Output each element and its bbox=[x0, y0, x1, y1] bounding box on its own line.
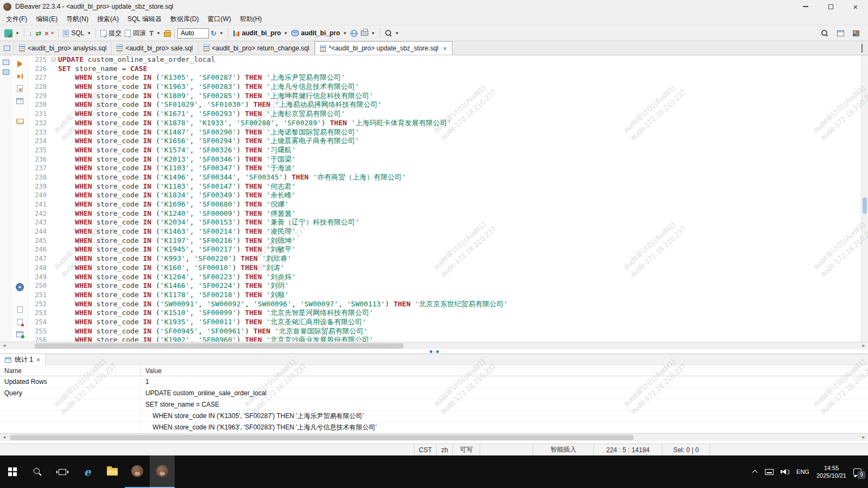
restore-panel-button[interactable] bbox=[0, 41, 14, 55]
play-small-icon bbox=[17, 74, 21, 79]
menu-item-3[interactable]: 搜索(A) bbox=[93, 14, 123, 25]
scroll-track[interactable] bbox=[9, 342, 859, 349]
restore-projects-button[interactable] bbox=[3, 69, 9, 75]
stats-row[interactable]: WHEN store_code IN ('K1963', 'SF00283') … bbox=[0, 422, 868, 433]
explain-plan-button[interactable] bbox=[15, 85, 25, 93]
code-area[interactable]: 225-UPDATE custom_online_sale_order_loca… bbox=[28, 55, 868, 342]
horizontal-scroll-thumb[interactable] bbox=[35, 343, 404, 349]
horizontal-scroll-thumb[interactable] bbox=[10, 435, 634, 440]
restore-navigator-button[interactable] bbox=[3, 60, 9, 65]
editor-tab-1[interactable]: <audit_bi_pro> sale.sql bbox=[112, 41, 198, 55]
maximize-panel-button[interactable] bbox=[861, 44, 863, 52]
line-body: WHEN store_code IN ('K1183', 'SF00147') … bbox=[58, 182, 296, 191]
panel-horizontal-scrollbar[interactable]: ◄ ► bbox=[0, 433, 868, 441]
show-log-button[interactable] bbox=[15, 318, 25, 326]
minimize-button[interactable] bbox=[793, 0, 818, 13]
line-body: WHEN store_code IN ('K1496', 'SF00344', … bbox=[58, 173, 406, 182]
editor-tab-0[interactable]: <audit_bi_pro> analysis.sql bbox=[14, 41, 112, 55]
stats-row[interactable]: WHEN store_code IN ('K1305', 'SF00287') … bbox=[0, 410, 868, 422]
scroll-left-icon[interactable]: ◄ bbox=[0, 434, 9, 441]
commit-button[interactable]: 提交 bbox=[99, 28, 123, 39]
start-button[interactable] bbox=[0, 455, 25, 488]
fold-marker-icon[interactable]: - bbox=[51, 57, 56, 62]
dbeaver-taskbar-button[interactable] bbox=[125, 455, 150, 488]
refresh-dropdown[interactable]: ↻▼ bbox=[209, 29, 225, 38]
code-line: 251 WHEN store_code IN ('K1178', 'SF0021… bbox=[28, 291, 868, 300]
execute-script-button[interactable] bbox=[15, 97, 25, 105]
connect-button[interactable]: ↓ bbox=[27, 29, 34, 38]
menu-item-2[interactable]: 导航(N) bbox=[62, 14, 93, 25]
network-button[interactable] bbox=[349, 29, 359, 38]
editor-tab-2[interactable]: <audit_bi_pro> return_change.sql bbox=[199, 41, 315, 55]
export-result-button[interactable] bbox=[15, 117, 25, 125]
editor-vertical-scrollbar[interactable] bbox=[861, 55, 868, 342]
reconnect-button[interactable]: ⇄ bbox=[34, 29, 43, 38]
action-center-button[interactable]: 9 bbox=[853, 468, 861, 476]
scroll-track[interactable] bbox=[9, 434, 859, 441]
column-header-name[interactable]: Name bbox=[0, 365, 141, 376]
menu-item-1[interactable]: 编辑(E) bbox=[31, 14, 62, 25]
menu-item-6[interactable]: 窗口(W) bbox=[203, 14, 235, 25]
internet-explorer-button[interactable]: e bbox=[75, 455, 100, 488]
scroll-right-icon[interactable]: ► bbox=[859, 434, 868, 441]
panel-sash[interactable] bbox=[0, 349, 868, 354]
print-dropdown[interactable]: ▼ bbox=[359, 29, 377, 37]
disconnect-button[interactable]: ×× bbox=[43, 29, 55, 38]
code-line: 243 WHEN store_code IN ('K2034', 'SF0015… bbox=[28, 218, 868, 227]
sql-editor-dropdown[interactable]: SQL▼ bbox=[61, 28, 93, 38]
scroll-right-icon[interactable]: ► bbox=[859, 342, 868, 350]
open-perspective-button[interactable] bbox=[835, 29, 846, 37]
volume-button[interactable] bbox=[781, 469, 789, 474]
menu-item-7[interactable]: 帮助(H) bbox=[235, 14, 266, 25]
editor-tab-3[interactable]: *<audit_bi_pro> update_sbz_store.sql× bbox=[315, 41, 452, 55]
tab-close-icon[interactable]: × bbox=[36, 357, 40, 363]
lock-button[interactable] bbox=[162, 29, 171, 38]
tab-close-icon[interactable]: × bbox=[443, 45, 447, 52]
minimize-icon bbox=[803, 6, 808, 7]
commit-mode-field[interactable]: Auto bbox=[177, 28, 209, 38]
stats-row[interactable]: SET store_name = CASE bbox=[0, 399, 868, 410]
menu-item-4[interactable]: SQL 编辑器 bbox=[123, 14, 166, 25]
execute-statement-button[interactable] bbox=[15, 60, 25, 68]
maximize-icon bbox=[828, 4, 833, 9]
vertical-scroll-thumb[interactable] bbox=[863, 197, 867, 214]
taskbar-search-button[interactable] bbox=[25, 455, 50, 488]
transaction-mode-dropdown[interactable]: T▼ bbox=[148, 29, 162, 38]
rollback-button[interactable]: 回滚 bbox=[123, 28, 148, 39]
dbeaver-taskbar-button-active[interactable] bbox=[150, 455, 175, 488]
menu-item-5[interactable]: 数据库(D) bbox=[166, 14, 203, 25]
code-line: 254 WHEN store_code IN ('K1935', 'SF0001… bbox=[28, 318, 868, 327]
sql-file-icon bbox=[117, 44, 123, 52]
task-view-button[interactable] bbox=[50, 455, 75, 488]
file-explorer-button[interactable] bbox=[100, 455, 125, 488]
taskbar-clock[interactable]: 14:55 2025/10/21 bbox=[816, 464, 846, 479]
close-button[interactable]: × bbox=[843, 0, 868, 13]
menu-item-0[interactable]: 文件(F) bbox=[2, 14, 31, 25]
maximize-button[interactable] bbox=[818, 0, 843, 13]
quick-search-button[interactable] bbox=[819, 28, 830, 38]
show-output-button[interactable] bbox=[15, 305, 25, 313]
tray-expand-button[interactable] bbox=[752, 469, 758, 474]
stats-row[interactable]: QueryUPDATE custom_online_sale_order_loc… bbox=[0, 388, 868, 399]
execute-new-tab-button[interactable] bbox=[15, 72, 25, 80]
line-number: 238 bbox=[28, 173, 51, 182]
title-bar: DBeaver 22.3.4 - <audit_bi_pro> update_s… bbox=[0, 0, 868, 13]
search-dropdown[interactable]: ▼ bbox=[383, 28, 401, 38]
column-header-value[interactable]: Value bbox=[141, 367, 868, 375]
editor-settings-button[interactable] bbox=[15, 283, 25, 291]
new-connection-button[interactable]: ▼ bbox=[3, 28, 21, 38]
stats-row[interactable]: Updated Rows1 bbox=[0, 376, 868, 388]
database-selector[interactable]: audit_bi_pro▼ bbox=[290, 28, 349, 38]
connection-selector[interactable]: audit_bi_pro▼ bbox=[231, 28, 290, 38]
fold-column bbox=[51, 218, 58, 227]
editor-horizontal-scrollbar[interactable]: ◄ ► bbox=[0, 342, 868, 349]
scroll-left-icon[interactable]: ◄ bbox=[0, 342, 9, 350]
code-line: 237 WHEN store_code IN ('K1103', 'SF0034… bbox=[28, 164, 868, 173]
fold-column bbox=[51, 155, 58, 164]
stats-tab[interactable]: 统计 1 × bbox=[0, 354, 46, 365]
show-grid-button[interactable] bbox=[15, 330, 25, 338]
fold-column bbox=[51, 137, 58, 146]
touch-keyboard-icon[interactable] bbox=[765, 469, 774, 475]
perspective-switcher[interactable] bbox=[851, 29, 861, 37]
language-indicator[interactable]: ENG bbox=[796, 468, 809, 475]
